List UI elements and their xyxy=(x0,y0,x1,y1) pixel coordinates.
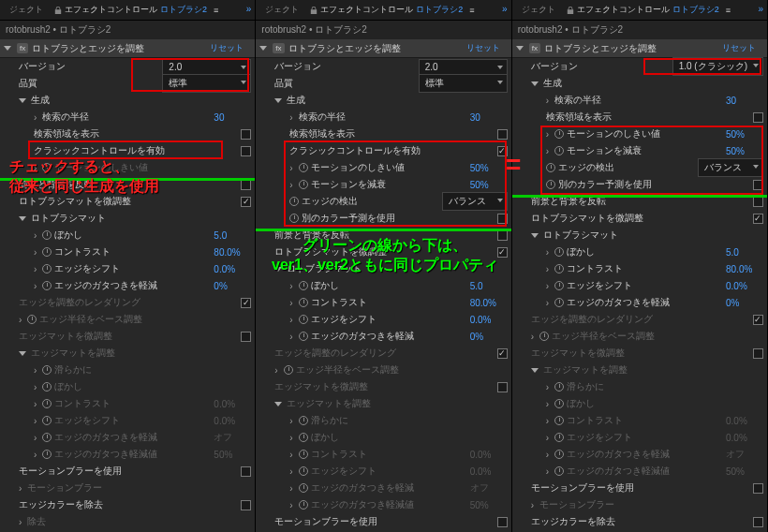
checkbox[interactable] xyxy=(497,247,508,258)
twirl-icon[interactable] xyxy=(274,267,282,272)
checkbox[interactable] xyxy=(497,517,508,527)
value[interactable]: 0.0% xyxy=(214,416,251,426)
stopwatch-icon[interactable] xyxy=(554,433,564,442)
prop-contrast2[interactable]: コントラスト0.0% xyxy=(0,395,255,412)
prop-motion-threshold[interactable]: モーションのしきい値50% xyxy=(256,159,510,176)
checkbox[interactable] xyxy=(497,382,508,392)
stopwatch-icon[interactable] xyxy=(284,365,293,375)
edge-detect-dropdown[interactable]: バランス xyxy=(442,192,508,211)
stopwatch-icon[interactable] xyxy=(554,146,564,155)
stopwatch-icon[interactable] xyxy=(42,281,52,290)
reset-link[interactable]: リセット xyxy=(466,42,500,54)
twirl-icon[interactable] xyxy=(531,81,539,86)
stopwatch-icon[interactable] xyxy=(299,315,308,324)
stopwatch-icon[interactable] xyxy=(299,500,308,510)
value[interactable]: 0.0% xyxy=(214,264,251,274)
prop-search-radius[interactable]: 検索の半径30 xyxy=(512,92,767,109)
group-matte[interactable]: ロトブラシマット xyxy=(0,210,255,227)
chevron-icon[interactable]: » xyxy=(758,4,763,14)
value[interactable]: オフ xyxy=(470,481,508,495)
value[interactable]: 5.0 xyxy=(470,281,508,291)
classic-checkbox[interactable] xyxy=(241,146,251,156)
value[interactable]: 50% xyxy=(726,129,763,140)
effect-header[interactable]: fx ロトブラシとエッジを調整 リセット xyxy=(256,39,510,58)
twirl-icon[interactable] xyxy=(259,46,267,51)
checkbox[interactable] xyxy=(497,230,508,241)
stopwatch-icon[interactable] xyxy=(554,264,564,273)
stopwatch-icon[interactable] xyxy=(539,332,549,341)
prop-shift2[interactable]: エッジをシフト0.0% xyxy=(512,429,767,446)
group-matte[interactable]: ロトブラシマット xyxy=(512,227,767,244)
value[interactable]: 30 xyxy=(214,112,251,123)
stopwatch-icon[interactable] xyxy=(27,315,37,324)
tab-effect-controls[interactable]: エフェクトコントロール ロトブラシ2 ≡ xyxy=(304,1,480,19)
quality-dropdown[interactable]: 標準 xyxy=(419,74,508,93)
stopwatch-icon[interactable] xyxy=(42,264,52,273)
stopwatch-icon[interactable] xyxy=(554,281,564,290)
prop-search-radius[interactable]: 検索の半径30 xyxy=(0,109,255,126)
group-edge-matte[interactable]: エッジマットを調整 xyxy=(0,345,255,362)
group-generation[interactable]: 生成 xyxy=(0,92,255,109)
value[interactable]: 50% xyxy=(470,500,508,510)
prop-shift[interactable]: エッジをシフト0.0% xyxy=(512,277,767,294)
stopwatch-icon[interactable] xyxy=(289,197,299,206)
chevron-icon[interactable]: » xyxy=(502,4,508,14)
checkbox[interactable] xyxy=(753,483,763,494)
tab-project[interactable]: ジェクト xyxy=(516,1,561,19)
prop-shift2[interactable]: エッジをシフト0.0% xyxy=(256,463,510,480)
value[interactable]: オフ xyxy=(726,448,763,461)
twirl-icon[interactable] xyxy=(274,98,282,103)
stopwatch-icon[interactable] xyxy=(299,298,308,307)
stopwatch-icon[interactable] xyxy=(299,450,308,459)
prop-chatter-val[interactable]: エッジのガタつき軽減値50% xyxy=(256,496,510,513)
stopwatch-icon[interactable] xyxy=(299,163,308,172)
prop-chatter-val[interactable]: エッジのガタつき軽減値50% xyxy=(0,446,255,463)
prop-shift[interactable]: エッジをシフト0.0% xyxy=(256,311,510,328)
prop-contrast[interactable]: コントラスト80.0% xyxy=(256,294,510,311)
prop-contrast[interactable]: コントラスト80.0% xyxy=(0,244,255,260)
stopwatch-icon[interactable] xyxy=(299,332,308,341)
menu-icon[interactable]: ≡ xyxy=(726,6,731,15)
twirl-icon[interactable] xyxy=(531,368,539,373)
value[interactable]: 80.0% xyxy=(214,247,251,258)
value[interactable]: 80.0% xyxy=(470,298,508,308)
prop-smooth[interactable]: 滑らかに xyxy=(512,378,767,395)
twirl-icon[interactable] xyxy=(19,98,26,103)
group-generation[interactable]: 生成 xyxy=(256,92,510,109)
checkbox[interactable] xyxy=(753,180,763,190)
prop-motion-threshold[interactable]: モーションのしきい値 xyxy=(0,159,255,176)
checkbox[interactable] xyxy=(753,315,763,325)
stopwatch-icon[interactable] xyxy=(554,399,564,408)
prop-reduce-chatter[interactable]: エッジのガタつきを軽減0% xyxy=(512,294,767,311)
tab-effect-controls[interactable]: エフェクトコントロール ロトブラシ2 ≡ xyxy=(561,1,736,19)
stopwatch-icon[interactable] xyxy=(554,382,564,392)
menu-icon[interactable]: ≡ xyxy=(214,6,218,15)
stopwatch-icon[interactable] xyxy=(42,365,52,375)
checkbox[interactable] xyxy=(497,348,508,359)
checkbox[interactable] xyxy=(753,517,763,527)
prop-blur2[interactable]: ぼかし xyxy=(0,378,255,395)
checkbox[interactable] xyxy=(241,466,251,477)
stopwatch-icon[interactable] xyxy=(42,416,52,425)
checkbox[interactable] xyxy=(241,180,251,190)
prop-edge-base[interactable]: エッジ半径をベース調整 xyxy=(0,311,255,328)
group-matte[interactable]: ロトブラシマット xyxy=(256,260,510,277)
effect-header[interactable]: fx ロトブラシとエッジを調整 リセット xyxy=(0,39,255,58)
prop-edge-base[interactable]: エッジ半径をベース調整 xyxy=(256,362,510,378)
value[interactable]: 30 xyxy=(470,112,508,123)
group-edge-matte[interactable]: エッジマットを調整 xyxy=(256,395,510,412)
prop-blur[interactable]: ぼかし5.0 xyxy=(0,227,255,244)
checkbox[interactable] xyxy=(753,348,763,359)
prop-blur[interactable]: ぼかし5.0 xyxy=(512,244,767,260)
edge-detect-dropdown[interactable]: バランス xyxy=(698,158,763,177)
prop-motion-damping[interactable]: モーションを減衰50% xyxy=(512,142,767,159)
stopwatch-icon[interactable] xyxy=(299,433,308,442)
checkbox[interactable] xyxy=(753,214,763,224)
prop-blur[interactable]: ぼかし5.0 xyxy=(256,277,510,294)
checkbox[interactable] xyxy=(497,129,508,140)
stopwatch-icon[interactable] xyxy=(42,247,52,257)
prop-edge-base[interactable]: エッジ半径をベース調整 xyxy=(512,328,767,345)
value[interactable]: 50% xyxy=(214,450,251,460)
value[interactable]: 0% xyxy=(726,298,763,308)
twirl-icon[interactable] xyxy=(274,402,282,406)
